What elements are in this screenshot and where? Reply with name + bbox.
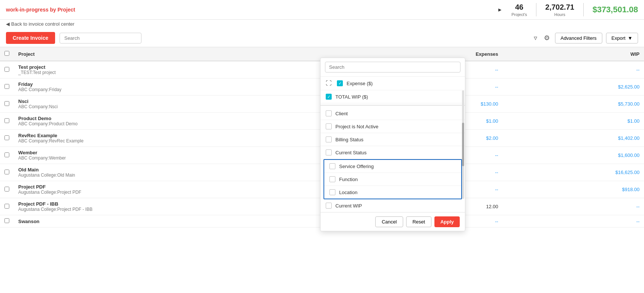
page-title: work-in-progress by Project	[6, 7, 490, 13]
dropdown-item-client[interactable]: Client	[321, 107, 465, 120]
dropdown-item-total_wip[interactable]: ✓TOTAL WIP ($)	[321, 90, 465, 103]
create-invoice-button[interactable]: Create Invoice	[6, 32, 55, 44]
row-checkbox[interactable]	[4, 218, 9, 223]
row-checkbox[interactable]	[4, 204, 9, 209]
back-link[interactable]: ◀ Back to invoice control center	[0, 20, 644, 29]
dropdown-item-service_offering[interactable]: Service Offering	[324, 160, 461, 173]
row-checkbox[interactable]	[4, 152, 9, 157]
checkbox-current_status[interactable]	[326, 149, 332, 155]
checkbox-total_wip[interactable]: ✓	[326, 94, 332, 100]
row-checkbox-cell	[0, 96, 14, 113]
stat-divider	[536, 3, 536, 16]
item-label-client: Client	[335, 111, 348, 116]
reset-button[interactable]: Reset	[406, 216, 431, 227]
dropdown-footer: Cancel Reset Apply	[321, 212, 465, 231]
expand-icon[interactable]: ⛶	[326, 80, 332, 87]
wip-cell: --	[503, 215, 644, 228]
project-name-cell: Old Main Augustana College:Old Main	[14, 164, 368, 181]
select-all-checkbox[interactable]	[4, 51, 9, 56]
cancel-button[interactable]: Cancel	[375, 216, 403, 227]
wip-cell: $918.00	[503, 181, 644, 198]
project-sub: Augustana College:Project PDF - IBB	[18, 207, 364, 212]
dropdown-item-not_active[interactable]: Project is Not Active	[321, 120, 465, 133]
project-sub: ABC Company:Friday	[18, 87, 364, 92]
project-sub: Augustana College:Project PDF	[18, 190, 364, 195]
project-sub: ABC Company:Product Demo	[18, 121, 364, 126]
column-selector-panel: ⛶✓Expense ($)✓TOTAL WIP ($)ClientProject…	[320, 58, 465, 231]
toolbar: Create Invoice ▿ ⚙ Advanced Filters Expo…	[0, 29, 644, 47]
project-name: Swanson	[18, 219, 364, 224]
item-label-location: Location	[339, 190, 357, 195]
filter-icon[interactable]: ▿	[532, 32, 539, 44]
dropdown-search-input[interactable]	[325, 62, 460, 73]
row-checkbox[interactable]	[4, 84, 9, 89]
project-name: Old Main	[18, 167, 364, 173]
row-checkbox-cell	[0, 198, 14, 215]
checkbox-billing_status[interactable]	[326, 136, 332, 142]
project-name-cell: Test project _TEST:Test project	[14, 61, 368, 78]
project-name-cell: Project PDF - IBB Augustana College:Proj…	[14, 198, 368, 215]
apply-button[interactable]: Apply	[434, 216, 460, 227]
wip-total: $373,501.08	[593, 5, 638, 15]
project-name-cell: RevRec Example ABC Company:RevRec Exampl…	[14, 130, 368, 147]
export-button[interactable]: Export ▼	[606, 33, 638, 44]
project-name-cell: Product Demo ABC Company:Product Demo	[14, 113, 368, 130]
checkbox-service_offering[interactable]	[329, 163, 335, 169]
dropdown-item-current_status[interactable]: Current Status	[321, 146, 465, 159]
project-sub: ABC Company:RevRec Example	[18, 138, 364, 144]
dropdown-item-expense[interactable]: ⛶✓Expense ($)	[321, 77, 465, 90]
dropdown-search-area	[321, 58, 465, 77]
project-name-cell: Nsci ABC Company:Nsci	[14, 96, 368, 113]
project-sub: _TEST:Test project	[18, 70, 364, 75]
project-name: Test project	[18, 64, 364, 70]
item-label-total_wip: TOTAL WIP ($)	[335, 94, 368, 100]
wip-cell: --	[503, 61, 644, 78]
advanced-filters-button[interactable]: Advanced Filters	[555, 33, 602, 44]
row-checkbox[interactable]	[4, 67, 9, 72]
item-label-billing_status: Billing Status	[335, 137, 363, 142]
settings-icon[interactable]: ⚙	[542, 32, 551, 44]
checkbox-not_active[interactable]	[326, 123, 332, 129]
checkbox-current_wip[interactable]	[326, 203, 332, 209]
project-sub: ABC Company:Nsci	[18, 104, 364, 109]
row-checkbox-cell	[0, 78, 14, 96]
wip-cell: $1.00	[503, 113, 644, 130]
row-checkbox[interactable]	[4, 187, 9, 191]
stat-divider-2	[583, 3, 584, 16]
checkbox-client[interactable]	[326, 110, 332, 116]
row-checkbox[interactable]	[4, 118, 9, 123]
item-label-service_offering: Service Offering	[339, 164, 374, 169]
dropdown-item-location[interactable]: Location	[324, 186, 461, 199]
project-name: Nsci	[18, 99, 364, 104]
back-arrow-icon: ◀	[6, 21, 10, 27]
dropdown-item-billing_status[interactable]: Billing Status	[321, 133, 465, 146]
project-col-header: Project	[14, 47, 368, 61]
item-label-current_status: Current Status	[335, 150, 367, 155]
checkbox-expense[interactable]: ✓	[337, 80, 343, 86]
row-checkbox[interactable]	[4, 101, 9, 106]
row-checkbox-cell	[0, 181, 14, 198]
row-checkbox[interactable]	[4, 135, 9, 140]
row-checkbox[interactable]	[4, 170, 9, 174]
dropdown-divider	[321, 105, 465, 106]
item-label-current_wip: Current WIP	[335, 203, 362, 209]
checkbox-function[interactable]	[329, 176, 335, 182]
project-name-cell: Project PDF Augustana College:Project PD…	[14, 181, 368, 198]
project-name-cell: Swanson	[14, 215, 368, 228]
checkbox-location[interactable]	[329, 189, 335, 195]
scroll-track[interactable]	[462, 90, 464, 199]
hours-stat: 2,702.71 Hours	[545, 2, 574, 17]
row-checkbox-cell	[0, 61, 14, 78]
select-all-col	[0, 47, 14, 61]
play-icon[interactable]: ►	[497, 7, 503, 13]
item-label-expense: Expense ($)	[347, 81, 373, 86]
project-sub: Augustana College:Old Main	[18, 173, 364, 178]
project-name: Project PDF - IBB	[18, 201, 364, 207]
dropdown-item-current_wip[interactable]: Current WIP	[321, 199, 465, 212]
scroll-thumb[interactable]	[462, 123, 464, 166]
search-input[interactable]	[60, 33, 141, 44]
item-label-not_active: Project is Not Active	[335, 124, 379, 129]
wip-cell: $5,730.00	[503, 96, 644, 113]
row-checkbox-cell	[0, 147, 14, 164]
dropdown-item-function[interactable]: Function	[324, 173, 461, 186]
